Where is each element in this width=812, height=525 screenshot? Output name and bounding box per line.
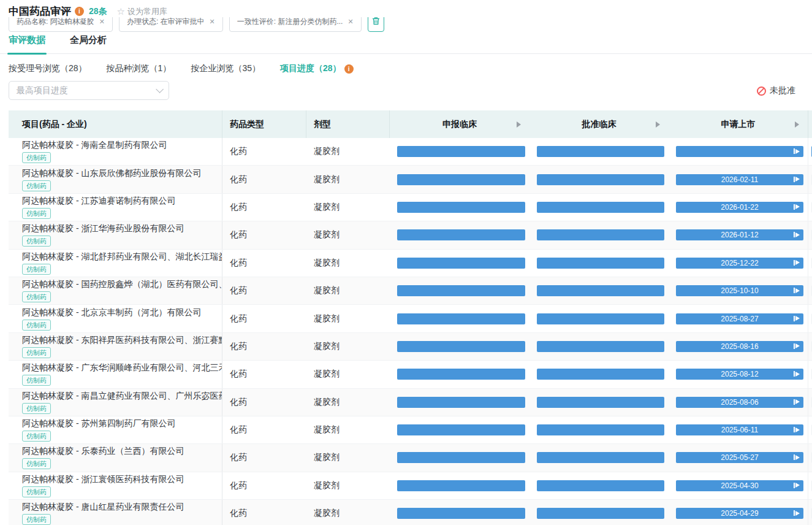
apply-clinical-bar[interactable] bbox=[397, 508, 525, 519]
phase-expand-icon[interactable] bbox=[795, 121, 799, 128]
column-header-phase: 申请上市 bbox=[669, 110, 808, 138]
approve-clinical-bar[interactable] bbox=[537, 285, 664, 296]
phase-expand-icon[interactable] bbox=[656, 121, 660, 128]
table-row[interactable]: 阿达帕林凝胶 - 苏州第四制药厂有限公司 仿制药 化药 凝胶剂 2025-06-… bbox=[9, 416, 812, 444]
table-row[interactable]: 阿达帕林凝胶 - 浙江华海药业股份有限公司 仿制药 化药 凝胶剂 2026-01… bbox=[9, 221, 812, 249]
apply-clinical-bar[interactable] bbox=[397, 285, 525, 296]
table-row[interactable]: 阿达帕林凝胶 - 湖北舒邦药业有限公司、湖北长江瑞益 仿制药 化药 凝胶剂 20… bbox=[9, 250, 812, 277]
approve-clinical-bar[interactable] bbox=[537, 452, 664, 463]
table-row[interactable]: 阿达帕林凝胶 - 山东辰欣佛都药业股份有限公司 仿制药 化药 凝胶剂 2026-… bbox=[9, 166, 812, 193]
drug-type: 化药 bbox=[222, 472, 306, 499]
apply-clinical-bar[interactable] bbox=[397, 480, 525, 491]
table-row[interactable]: 阿达帕林凝胶 - 唐山红星药业有限责任公司 仿制药 化药 凝胶剂 2025-04… bbox=[9, 500, 812, 525]
approve-clinical-bar[interactable] bbox=[537, 480, 664, 491]
market-date: 2025-04-29 bbox=[721, 508, 758, 519]
close-icon[interactable]: ✕ bbox=[210, 18, 215, 26]
project-name[interactable]: 阿达帕林凝胶 - 苏州第四制药厂有限公司 bbox=[22, 418, 175, 429]
approve-clinical-bar[interactable] bbox=[537, 258, 664, 269]
project-name[interactable]: 阿达帕林凝胶 - 海南全星制药有限公司 bbox=[22, 140, 167, 151]
tab-review-data[interactable]: 审评数据 bbox=[9, 34, 45, 53]
approve-clinical-bar[interactable] bbox=[537, 397, 664, 408]
approve-clinical-bar[interactable] bbox=[537, 313, 664, 324]
project-name[interactable]: 阿达帕林凝胶 - 山东辰欣佛都药业股份有限公司 bbox=[22, 168, 201, 179]
apply-market-bar[interactable]: 2025-08-12 bbox=[676, 369, 803, 380]
close-icon[interactable]: ✕ bbox=[347, 18, 353, 26]
table-row[interactable]: 阿达帕林凝胶 - 南昌立健药业有限公司、广州乐宓医药 仿制药 化药 凝胶剂 20… bbox=[9, 389, 812, 416]
subtab-1[interactable]: 按品种浏览（1） bbox=[107, 63, 172, 74]
chevron-down-icon bbox=[156, 85, 164, 93]
table-row[interactable]: 阿达帕林凝胶 - 广东华润顺峰药业有限公司、河北三禾 仿制药 化药 凝胶剂 20… bbox=[9, 361, 812, 388]
apply-market-bar[interactable]: 2025-08-06 bbox=[676, 397, 803, 408]
apply-market-bar[interactable]: 2025-04-30 bbox=[676, 480, 803, 491]
table-row[interactable]: 阿达帕林凝胶 - 国药控股鑫烨（湖北）医药有限公司、 仿制药 化药 凝胶剂 20… bbox=[9, 277, 812, 305]
table-row[interactable]: 阿达帕林凝胶 - 东阳祥昇医药科技有限公司、浙江赛默 仿制药 化药 凝胶剂 20… bbox=[9, 333, 812, 361]
table-row[interactable]: 阿达帕林凝胶 - 江苏迪赛诺制药有限公司 仿制药 化药 凝胶剂 2026-01-… bbox=[9, 194, 812, 221]
apply-clinical-bar[interactable] bbox=[397, 452, 525, 463]
info-icon[interactable]: i bbox=[75, 7, 84, 16]
subtab-0[interactable]: 按受理号浏览（28） bbox=[9, 63, 87, 74]
table-row[interactable]: 阿达帕林凝胶 - 乐泰药业（兰西）有限公司 仿制药 化药 凝胶剂 2025-05… bbox=[9, 444, 812, 472]
apply-clinical-bar[interactable] bbox=[397, 174, 525, 185]
apply-market-bar[interactable] bbox=[676, 146, 803, 157]
progress-select[interactable]: 最高项目进度 bbox=[9, 81, 169, 100]
apply-market-bar[interactable]: 2025-06-11 bbox=[676, 424, 803, 435]
apply-market-bar[interactable]: 2025-08-16 bbox=[676, 341, 803, 352]
filter-chip[interactable]: 药品名称: 阿达帕林凝胶 ✕ bbox=[9, 17, 113, 32]
table-row[interactable]: 阿达帕林凝胶 - 北京京丰制药（河北）有限公司 仿制药 化药 凝胶剂 2025-… bbox=[9, 305, 812, 332]
market-date: 2025-04-30 bbox=[721, 480, 758, 491]
app-page: 中国药品审评 i 28条 ☆ 设为常用库 药品名称: 阿达帕林凝胶 ✕ 办理状态… bbox=[0, 0, 812, 525]
generic-drug-badge: 仿制药 bbox=[22, 431, 51, 442]
project-name[interactable]: 阿达帕林凝胶 - 东阳祥昇医药科技有限公司、浙江赛默 bbox=[22, 335, 222, 346]
project-name[interactable]: 阿达帕林凝胶 - 唐山红星药业有限责任公司 bbox=[22, 502, 184, 513]
filter-chip-label: 办理状态: 在审评审批中 bbox=[127, 17, 205, 27]
apply-clinical-bar[interactable] bbox=[397, 369, 525, 380]
approve-clinical-bar[interactable] bbox=[537, 369, 664, 380]
subtab-2[interactable]: 按企业浏览（35） bbox=[191, 63, 260, 74]
apply-market-bar[interactable]: 2026-02-11 bbox=[676, 174, 803, 185]
apply-market-bar[interactable]: 2026-01-22 bbox=[676, 202, 803, 213]
project-name[interactable]: 阿达帕林凝胶 - 国药控股鑫烨（湖北）医药有限公司、 bbox=[22, 279, 222, 290]
project-name[interactable]: 阿达帕林凝胶 - 湖北舒邦药业有限公司、湖北长江瑞益 bbox=[22, 251, 222, 262]
info-icon[interactable]: i bbox=[344, 64, 354, 74]
filter-chip[interactable]: 办理状态: 在审评审批中 ✕ bbox=[119, 17, 223, 32]
apply-market-bar[interactable]: 2025-10-10 bbox=[676, 285, 803, 296]
approve-clinical-bar[interactable] bbox=[537, 424, 664, 435]
project-name[interactable]: 阿达帕林凝胶 - 江苏迪赛诺制药有限公司 bbox=[22, 196, 175, 207]
approve-clinical-bar[interactable] bbox=[537, 174, 664, 185]
table-row[interactable]: 阿达帕林凝胶 - 浙江寰领医药科技有限公司 仿制药 化药 凝胶剂 2025-04… bbox=[9, 472, 812, 500]
apply-clinical-bar[interactable] bbox=[397, 341, 525, 352]
close-icon[interactable]: ✕ bbox=[99, 18, 105, 26]
clear-filters-button[interactable] bbox=[368, 17, 384, 32]
phase-expand-icon[interactable] bbox=[517, 121, 521, 128]
not-approved-legend[interactable]: 未批准 bbox=[757, 85, 795, 96]
project-name[interactable]: 阿达帕林凝胶 - 北京京丰制药（河北）有限公司 bbox=[22, 307, 201, 318]
subtab-3[interactable]: 项目进度（28） i bbox=[280, 63, 354, 74]
apply-clinical-bar[interactable] bbox=[397, 146, 525, 157]
favorite-button[interactable]: ☆ 设为常用库 bbox=[117, 6, 167, 17]
apply-market-bar[interactable]: 2025-12-22 bbox=[676, 258, 803, 269]
project-name[interactable]: 阿达帕林凝胶 - 浙江华海药业股份有限公司 bbox=[22, 223, 184, 234]
apply-market-bar[interactable]: 2025-04-29 bbox=[676, 508, 803, 519]
table-row[interactable]: 阿达帕林凝胶 - 海南全星制药有限公司 仿制药 化药 凝胶剂 bbox=[9, 138, 812, 166]
apply-clinical-bar[interactable] bbox=[397, 424, 525, 435]
apply-clinical-bar[interactable] bbox=[397, 258, 525, 269]
apply-clinical-bar[interactable] bbox=[397, 202, 525, 213]
project-name[interactable]: 阿达帕林凝胶 - 浙江寰领医药科技有限公司 bbox=[22, 474, 184, 485]
project-name[interactable]: 阿达帕林凝胶 - 广东华润顺峰药业有限公司、河北三禾 bbox=[22, 362, 222, 374]
apply-clinical-bar[interactable] bbox=[397, 229, 525, 240]
tab-global-analysis[interactable]: 全局分析 bbox=[70, 34, 107, 53]
apply-clinical-bar[interactable] bbox=[397, 397, 525, 408]
apply-market-bar[interactable]: 2026-01-12 bbox=[676, 229, 803, 240]
apply-clinical-bar[interactable] bbox=[397, 313, 525, 324]
approve-clinical-bar[interactable] bbox=[537, 229, 664, 240]
approve-clinical-bar[interactable] bbox=[537, 146, 664, 157]
approve-clinical-bar[interactable] bbox=[537, 508, 664, 519]
project-name[interactable]: 阿达帕林凝胶 - 乐泰药业（兰西）有限公司 bbox=[22, 446, 184, 457]
project-name[interactable]: 阿达帕林凝胶 - 南昌立健药业有限公司、广州乐宓医药 bbox=[22, 391, 222, 402]
apply-market-bar[interactable]: 2025-05-27 bbox=[676, 452, 803, 463]
apply-market-bar[interactable]: 2025-08-27 bbox=[676, 313, 803, 324]
filter-chip[interactable]: 一致性评价: 新注册分类仿制药... ✕ bbox=[229, 17, 362, 32]
approve-clinical-bar[interactable] bbox=[537, 202, 664, 213]
approve-clinical-bar[interactable] bbox=[537, 341, 664, 352]
result-count: 28条 bbox=[89, 6, 107, 17]
